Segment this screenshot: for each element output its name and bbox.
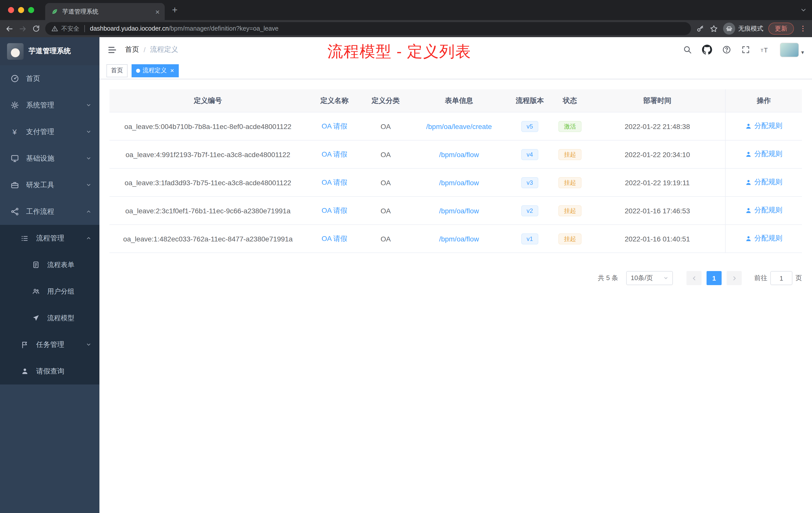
assign-rule-button[interactable]: 分配规则 bbox=[745, 150, 782, 159]
form-link[interactable]: /bpm/oa/flow bbox=[439, 235, 479, 243]
bookmark-star-icon[interactable] bbox=[709, 24, 718, 33]
user-icon bbox=[745, 151, 752, 158]
back-button[interactable] bbox=[5, 24, 13, 33]
window-zoom-button[interactable] bbox=[28, 7, 34, 13]
app-root: 芋道管理系统 首页 系统管理 bbox=[0, 37, 812, 513]
cell-id: oa_leave:3:1fad3d93-7b75-11ec-a3c8-acde4… bbox=[110, 169, 306, 197]
name-link[interactable]: OA 请假 bbox=[322, 122, 348, 130]
sidebar-item-home[interactable]: 首页 bbox=[0, 65, 99, 92]
form-link[interactable]: /bpm/oa/flow bbox=[439, 178, 479, 186]
chevron-down-icon bbox=[86, 129, 91, 134]
sidebar-item-label: 流程表单 bbox=[47, 260, 74, 269]
new-tab-button[interactable]: + bbox=[168, 3, 182, 17]
cell-category: OA bbox=[362, 225, 409, 253]
name-link[interactable]: OA 请假 bbox=[322, 206, 348, 214]
logo-title: 芋道管理系统 bbox=[29, 47, 71, 56]
sidebar-item-process-form[interactable]: 流程表单 bbox=[0, 251, 99, 278]
col-header-name: 定义名称 bbox=[306, 89, 362, 113]
sidebar-item-task-management[interactable]: 任务管理 bbox=[0, 331, 99, 358]
name-link[interactable]: OA 请假 bbox=[322, 178, 348, 186]
sidebar-item-payment[interactable]: ¥ 支付管理 bbox=[0, 118, 99, 145]
svg-text:T: T bbox=[761, 48, 764, 53]
fullscreen-icon[interactable] bbox=[742, 45, 751, 54]
sidebar-item-process-model[interactable]: 流程模型 bbox=[0, 305, 99, 331]
page-size-select[interactable]: 10条/页 bbox=[626, 271, 673, 285]
cell-id: oa_leave:4:991f2193-7b7f-11ec-a3c8-acde4… bbox=[110, 141, 306, 169]
sidebar-item-infrastructure[interactable]: 基础设施 bbox=[0, 145, 99, 172]
tab-title: 芋道管理系统 bbox=[62, 7, 150, 16]
window-close-button[interactable] bbox=[8, 7, 14, 13]
name-link[interactable]: OA 请假 bbox=[322, 234, 348, 242]
chevron-up-icon bbox=[86, 209, 91, 214]
navbar-actions: TT ▾ bbox=[683, 42, 804, 57]
search-icon[interactable] bbox=[683, 45, 692, 54]
cell-time: 2022-01-16 17:46:53 bbox=[589, 197, 725, 225]
sidebar-item-workflow[interactable]: 工作流程 bbox=[0, 198, 99, 225]
form-link[interactable]: /bpm/oa/flow bbox=[439, 207, 479, 215]
status-badge: 挂起 bbox=[558, 233, 581, 244]
cell-category: OA bbox=[362, 197, 409, 225]
help-icon[interactable] bbox=[722, 45, 731, 54]
definition-table: 定义编号 定义名称 定义分类 表单信息 流程版本 状态 部署时间 操作 oa_l bbox=[110, 89, 802, 253]
assign-rule-button[interactable]: 分配规则 bbox=[745, 122, 782, 131]
breadcrumb: 首页 / 流程定义 bbox=[125, 45, 178, 54]
toolbox-icon bbox=[10, 181, 19, 189]
task-icon bbox=[20, 340, 29, 349]
user-group-icon bbox=[31, 288, 40, 295]
goto-label: 前往 bbox=[754, 274, 767, 282]
sidebar-item-user-group[interactable]: 用户分组 bbox=[0, 278, 99, 305]
app-navbar: 首页 / 流程定义 流程模型 - 定义列表 bbox=[99, 37, 812, 62]
list-icon bbox=[20, 234, 29, 242]
tab-search-chevron-icon[interactable] bbox=[800, 6, 807, 13]
yen-icon: ¥ bbox=[10, 127, 19, 136]
sidebar-item-label: 流程管理 bbox=[36, 234, 64, 243]
dashboard-icon bbox=[10, 74, 19, 83]
sidebar-item-process-management[interactable]: 流程管理 bbox=[0, 225, 99, 251]
tag-process-definition[interactable]: 流程定义 × bbox=[132, 64, 178, 77]
reload-button[interactable] bbox=[32, 25, 40, 33]
sidebar-logo[interactable]: 芋道管理系统 bbox=[0, 37, 99, 65]
chrome-update-button[interactable]: 更新 bbox=[768, 23, 794, 35]
chevron-down-icon bbox=[86, 102, 91, 108]
browser-menu-icon[interactable] bbox=[799, 25, 807, 33]
sidebar-item-label: 工作流程 bbox=[26, 207, 54, 216]
status-badge: 挂起 bbox=[558, 177, 581, 188]
prev-page-button[interactable] bbox=[687, 271, 701, 285]
sidebar: 芋道管理系统 首页 系统管理 bbox=[0, 37, 99, 513]
sidebar-item-devtools[interactable]: 研发工具 bbox=[0, 172, 99, 198]
pagination-total: 共 5 条 bbox=[598, 274, 618, 282]
form-link[interactable]: /bpm/oa/flow bbox=[439, 150, 479, 158]
cell-time: 2022-01-16 01:40:51 bbox=[589, 225, 725, 253]
name-link[interactable]: OA 请假 bbox=[322, 150, 348, 158]
window-minimize-button[interactable] bbox=[18, 7, 24, 13]
status-badge: 挂起 bbox=[558, 149, 581, 160]
form-icon bbox=[31, 261, 40, 269]
user-avatar-menu[interactable]: ▾ bbox=[780, 42, 804, 57]
github-icon[interactable] bbox=[702, 45, 712, 55]
screen: 芋道管理系统 × + 不安全 dashboard.yudao.iocoder.c… bbox=[0, 0, 812, 513]
page-number-button[interactable]: 1 bbox=[706, 271, 722, 285]
address-bar[interactable]: 不安全 dashboard.yudao.iocoder.cn/bpm/manag… bbox=[45, 22, 691, 35]
forward-button[interactable] bbox=[19, 24, 27, 33]
font-size-icon[interactable]: TT bbox=[760, 45, 770, 55]
browser-tab[interactable]: 芋道管理系统 × bbox=[45, 3, 165, 20]
password-key-icon[interactable] bbox=[696, 24, 704, 33]
assign-rule-button[interactable]: 分配规则 bbox=[745, 234, 782, 243]
page-goto-input[interactable] bbox=[770, 271, 792, 285]
table-row: oa_leave:2:3c1f0ef1-76b1-11ec-9c66-a2380… bbox=[110, 197, 802, 225]
next-page-button[interactable] bbox=[727, 271, 742, 285]
assign-rule-button[interactable]: 分配规则 bbox=[745, 178, 782, 187]
sidebar-item-leave-query[interactable]: 请假查询 bbox=[0, 358, 99, 385]
browser-tabstrip: 芋道管理系统 × + bbox=[0, 0, 812, 20]
breadcrumb-home[interactable]: 首页 bbox=[125, 45, 139, 54]
assign-rule-button[interactable]: 分配规则 bbox=[745, 206, 782, 215]
active-tag-dot bbox=[136, 68, 140, 72]
sidebar-item-label: 支付管理 bbox=[26, 127, 54, 136]
form-link[interactable]: /bpm/oa/leave/create bbox=[426, 122, 492, 130]
tag-home[interactable]: 首页 bbox=[107, 64, 127, 77]
tab-close-icon[interactable]: × bbox=[154, 7, 161, 16]
caret-down-icon: ▾ bbox=[801, 48, 804, 57]
close-icon[interactable]: × bbox=[170, 67, 174, 74]
sidebar-item-system[interactable]: 系统管理 bbox=[0, 92, 99, 118]
hamburger-icon[interactable] bbox=[108, 45, 117, 55]
